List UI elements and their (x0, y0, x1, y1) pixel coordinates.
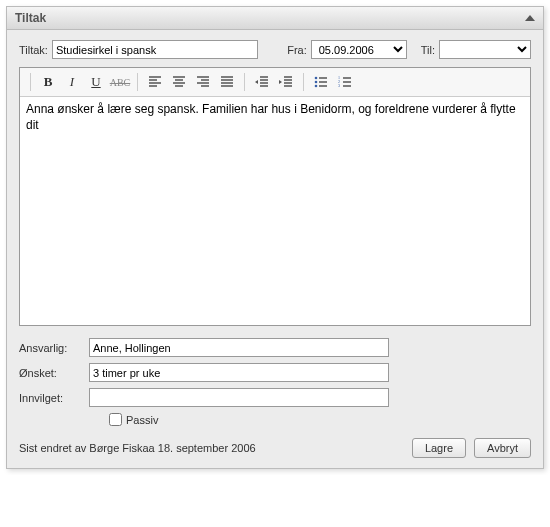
numbered-list-button[interactable]: 123 (334, 72, 356, 92)
bullet-list-button[interactable] (310, 72, 332, 92)
toolbar-separator (137, 73, 138, 91)
passiv-checkbox[interactable] (109, 413, 122, 426)
collapse-icon[interactable] (525, 15, 535, 21)
editor-toolbar: B I U ABC (20, 68, 530, 97)
panel-header: Tiltak (7, 7, 543, 30)
underline-button[interactable]: U (85, 72, 107, 92)
cancel-button[interactable]: Avbryt (474, 438, 531, 458)
align-right-button[interactable] (192, 72, 214, 92)
panel-title: Tiltak (15, 11, 46, 25)
panel-body: Tiltak: Fra: 05.09.2006 Til: B I U ABC (7, 30, 543, 468)
fra-label: Fra: (287, 44, 307, 56)
toolbar-separator (303, 73, 304, 91)
onsket-row: Ønsket: (19, 363, 531, 382)
tiltak-panel: Tiltak Tiltak: Fra: 05.09.2006 Til: B I … (6, 6, 544, 469)
align-left-button[interactable] (144, 72, 166, 92)
svg-point-1 (315, 81, 318, 84)
til-label: Til: (421, 44, 435, 56)
toolbar-separator (30, 73, 31, 91)
strikethrough-button[interactable]: ABC (109, 72, 131, 92)
ansvarlig-input[interactable] (89, 338, 389, 357)
indent-button[interactable] (275, 72, 297, 92)
align-center-button[interactable] (168, 72, 190, 92)
innvilget-label: Innvilget: (19, 392, 89, 404)
button-group: Lagre Avbryt (412, 438, 531, 458)
editor-content[interactable]: Anna ønsker å lære seg spansk. Familien … (20, 97, 530, 325)
save-button[interactable]: Lagre (412, 438, 466, 458)
tiltak-input[interactable] (52, 40, 258, 59)
svg-text:3: 3 (338, 83, 340, 88)
footer: Sist endret av Børge Fiskaa 18. septembe… (19, 438, 531, 458)
innvilget-row: Innvilget: (19, 388, 531, 407)
bold-button[interactable]: B (37, 72, 59, 92)
svg-point-0 (315, 77, 318, 80)
toolbar-separator (244, 73, 245, 91)
ansvarlig-label: Ansvarlig: (19, 342, 89, 354)
align-justify-button[interactable] (216, 72, 238, 92)
svg-point-2 (315, 85, 318, 88)
innvilget-input[interactable] (89, 388, 389, 407)
onsket-label: Ønsket: (19, 367, 89, 379)
last-modified-text: Sist endret av Børge Fiskaa 18. septembe… (19, 442, 256, 454)
onsket-input[interactable] (89, 363, 389, 382)
til-select[interactable] (439, 40, 531, 59)
rich-text-editor: B I U ABC (19, 67, 531, 326)
passiv-row: Passiv (109, 413, 531, 426)
tiltak-label: Tiltak: (19, 44, 48, 56)
fra-select[interactable]: 05.09.2006 (311, 40, 407, 59)
top-row: Tiltak: Fra: 05.09.2006 Til: (19, 40, 531, 59)
passiv-label: Passiv (126, 414, 158, 426)
outdent-button[interactable] (251, 72, 273, 92)
italic-button[interactable]: I (61, 72, 83, 92)
ansvarlig-row: Ansvarlig: (19, 338, 531, 357)
